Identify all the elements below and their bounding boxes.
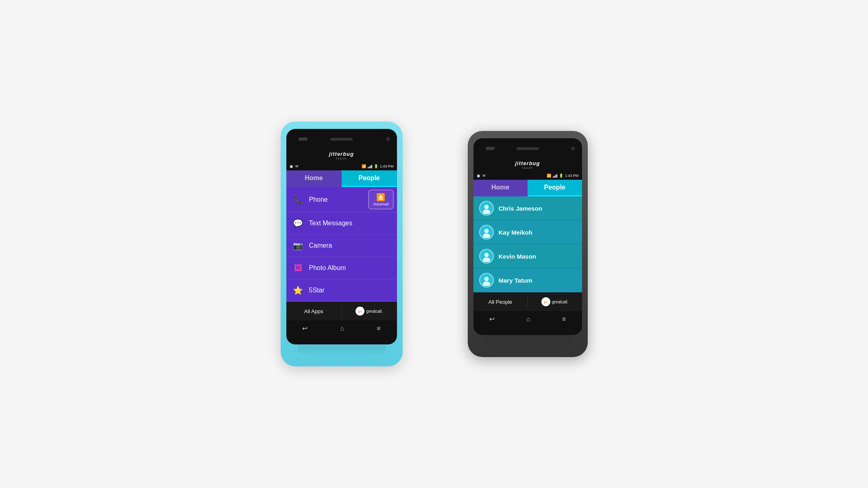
phone-label: Phone <box>309 196 328 203</box>
svg-point-4 <box>484 253 489 257</box>
greatcall-label: greatcall. <box>366 309 383 314</box>
svg-point-5 <box>482 257 490 262</box>
tab-people[interactable]: People <box>342 170 397 187</box>
speaker-2 <box>517 147 539 150</box>
front-camera <box>386 137 390 141</box>
voicemail-icon-graphic: ⏏️ <box>376 193 385 202</box>
voicemail-label: Voicemail <box>373 202 389 206</box>
contact-name-chris: Chris Jameson <box>499 205 543 212</box>
avatar-kevin <box>479 249 494 264</box>
speaker <box>330 138 353 141</box>
tab-people-2[interactable]: People <box>528 180 582 196</box>
avatar-mary <box>479 273 494 288</box>
menu-item-fivestar[interactable]: ⭐ 5Star <box>286 279 397 302</box>
phone1-tabs: Home People <box>286 170 397 187</box>
menu-item-photo[interactable]: 🖼 Photo Album <box>286 257 397 279</box>
menu-item-camera[interactable]: 📷 Camera <box>286 235 397 257</box>
all-people-button[interactable]: All People <box>473 296 528 307</box>
power-button[interactable] <box>299 137 308 141</box>
voicemail-button[interactable]: ⏏️ Voicemail <box>368 190 394 209</box>
email-icon: ✉ <box>295 164 299 168</box>
time-display-2: 1:43 PM <box>565 174 579 178</box>
status-bar-2: ▣ ✉ 📶 🔋 1:43 PM <box>473 172 582 180</box>
signal-icon <box>368 164 372 168</box>
greatcall-button-2[interactable]: gc greatcall. <box>528 295 582 309</box>
brand-area-2: jitterbug touch <box>473 159 582 172</box>
home-button-2[interactable]: ⌂ <box>526 316 530 323</box>
menu-button[interactable]: ≡ <box>377 325 380 332</box>
svg-point-6 <box>484 277 489 281</box>
svg-point-1 <box>482 209 490 214</box>
phone2-top-bezel <box>473 138 582 159</box>
signal-icon-2 <box>553 174 557 178</box>
phone1-reflection <box>297 345 386 357</box>
avatar-kay <box>479 225 494 240</box>
contact-kay[interactable]: Kay Meikoh <box>473 220 582 244</box>
phone1-top-bezel <box>286 129 397 149</box>
all-apps-button[interactable]: All Apps <box>286 306 342 317</box>
battery-icon-2: 🔋 <box>559 174 563 178</box>
phone2-tabs: Home People <box>473 180 582 196</box>
phone1-bottom-bezel <box>286 336 397 344</box>
menu-button-2[interactable]: ≡ <box>562 316 566 323</box>
svg-point-7 <box>482 281 490 286</box>
camera-label: Camera <box>309 242 332 249</box>
svg-point-3 <box>482 233 490 238</box>
fivestar-icon: ⭐ <box>292 284 304 296</box>
phone2-bottom-bar: All People gc greatcall. <box>473 292 582 311</box>
photo-label: Photo Album <box>309 264 346 272</box>
greatcall-logo-2: gc <box>541 297 550 306</box>
text-label: Text Messages <box>309 220 353 227</box>
status-left: ▣ ✉ <box>290 164 299 168</box>
phone1: jitterbug touch ▣ ✉ 📶 🔋 <box>281 122 403 366</box>
time-display: 1:43 PM <box>380 164 394 168</box>
brand-sub: touch <box>336 157 347 160</box>
phone2: jitterbug touch ▣ ✉ 📶 🔋 <box>468 131 588 357</box>
brand-sub-2: touch <box>522 166 533 169</box>
greatcall-logo: gc <box>355 307 364 316</box>
back-button-2[interactable]: ↩ <box>489 315 495 323</box>
status-bar: ▣ ✉ 📶 🔋 1:43 PM <box>286 162 397 170</box>
text-icon: 💬 <box>292 217 304 229</box>
phone2-nav: ↩ ⌂ ≡ <box>473 311 582 326</box>
menu-item-phone[interactable]: 📞 Phone <box>286 189 365 211</box>
status-right-2: 📶 🔋 1:43 PM <box>547 174 579 178</box>
contact-name-kay: Kay Meikoh <box>499 229 532 236</box>
phone2-bottom-bezel <box>473 326 582 335</box>
svg-point-0 <box>484 205 489 209</box>
phone1-nav: ↩ ⌂ ≡ <box>286 320 397 336</box>
camera-icon: 📷 <box>292 240 304 252</box>
greatcall-label-2: greatcall. <box>552 300 569 304</box>
phone2-screen: ▣ ✉ 📶 🔋 1:43 PM Home Peopl <box>473 172 582 326</box>
avatar-chris <box>479 201 494 216</box>
menu-item-text[interactable]: 💬 Text Messages <box>286 212 397 235</box>
fivestar-label: 5Star <box>309 287 325 294</box>
email-icon-2: ✉ <box>482 174 486 178</box>
status-left-2: ▣ ✉ <box>477 174 486 178</box>
phone1-bottom-bar: All Apps gc greatcall. <box>286 302 397 320</box>
status-right: 📶 🔋 1:43 PM <box>362 164 394 168</box>
brand-area: jitterbug touch <box>286 149 397 162</box>
phone2-reflection <box>484 336 571 348</box>
home-button[interactable]: ⌂ <box>340 325 344 332</box>
voicemail-icon-2: ▣ <box>477 174 480 178</box>
contact-mary[interactable]: Mary Tatum <box>473 268 582 292</box>
scene: jitterbug touch ▣ ✉ 📶 🔋 <box>264 105 604 383</box>
brand-name: jitterbug <box>329 151 354 157</box>
contact-kevin[interactable]: Kevin Mason <box>473 244 582 268</box>
contact-chris[interactable]: Chris Jameson <box>473 196 582 220</box>
wifi-icon: 📶 <box>362 164 366 168</box>
phone1-menu: 📞 Phone ⏏️ Voicemail 💬 Text Messages 📷 C… <box>286 187 397 302</box>
front-camera-2 <box>571 147 575 150</box>
tab-home-2[interactable]: Home <box>473 180 528 196</box>
photo-icon: 🖼 <box>292 262 304 274</box>
power-button-2[interactable] <box>486 147 495 150</box>
back-button[interactable]: ↩ <box>302 325 308 332</box>
greatcall-button[interactable]: gc greatcall. <box>342 304 397 318</box>
contact-name-mary: Mary Tatum <box>499 277 532 284</box>
svg-point-2 <box>484 229 489 233</box>
phone1-screen: ▣ ✉ 📶 🔋 1:43 PM Home <box>286 162 397 336</box>
phone-icon: 📞 <box>292 194 304 206</box>
tab-home[interactable]: Home <box>286 170 342 187</box>
battery-icon: 🔋 <box>374 164 378 168</box>
